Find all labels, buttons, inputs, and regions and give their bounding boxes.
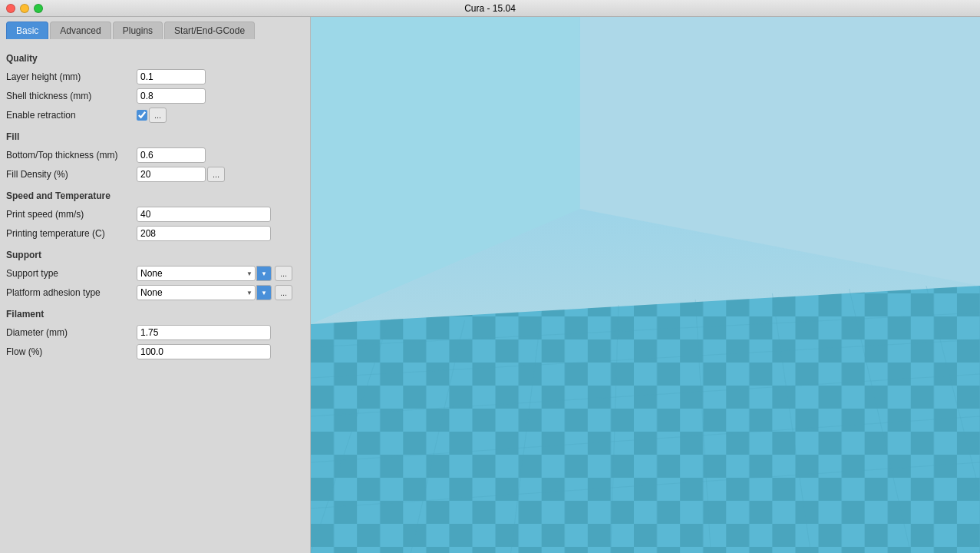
input-diameter[interactable]: [137, 325, 271, 340]
tab-advanced[interactable]: Advanced: [50, 22, 111, 39]
minimize-button[interactable]: [20, 4, 29, 13]
input-shell-thickness[interactable]: [137, 88, 206, 104]
row-fill-density: Fill Density (%) ...: [6, 166, 304, 183]
dots-button-retraction[interactable]: ...: [149, 108, 167, 123]
dots-button-fill-density[interactable]: ...: [207, 167, 225, 182]
3d-viewport[interactable]: YM: [311, 17, 980, 553]
label-enable-retraction: Enable retraction: [6, 110, 137, 121]
main-layout: Basic Advanced Plugins Start/End-GCode Q…: [0, 17, 980, 553]
platform-adhesion-dropdown-wrapper: None Brim Raft ▼ ...: [137, 285, 292, 300]
row-platform-adhesion: Platform adhesion type None Brim Raft ▼ …: [6, 284, 304, 301]
select-platform-adhesion[interactable]: None Brim Raft: [137, 285, 256, 300]
label-diameter: Diameter (mm): [6, 327, 137, 338]
label-print-speed: Print speed (mm/s): [6, 209, 137, 220]
tab-start-end-gcode[interactable]: Start/End-GCode: [164, 22, 255, 39]
label-platform-adhesion: Platform adhesion type: [6, 287, 137, 298]
checkbox-enable-retraction[interactable]: [137, 110, 147, 121]
label-printing-temperature: Printing temperature (C): [6, 228, 137, 239]
platform-adhesion-select-wrapper: None Brim Raft: [137, 285, 256, 300]
floor-checkerboard: [311, 286, 980, 553]
titlebar: Cura - 15.04: [0, 0, 980, 17]
input-printing-temperature[interactable]: [137, 226, 271, 241]
tab-plugins[interactable]: Plugins: [113, 22, 163, 39]
section-fill-header: Fill: [6, 130, 304, 144]
section-quality-header: Quality: [6, 51, 304, 65]
section-speed-header: Speed and Temperature: [6, 189, 304, 203]
tab-bar: Basic Advanced Plugins Start/End-GCode: [0, 17, 310, 39]
row-support-type: Support type None Touching buildplate Ev…: [6, 265, 304, 282]
input-layer-height[interactable]: [137, 69, 206, 84]
dots-button-support-type[interactable]: ...: [275, 266, 292, 281]
3d-floor: [311, 17, 980, 553]
row-shell-thickness: Shell thickness (mm): [6, 88, 304, 104]
label-fill-density: Fill Density (%): [6, 169, 137, 180]
row-print-speed: Print speed (mm/s): [6, 206, 304, 223]
support-type-dropdown-wrapper: None Touching buildplate Everywhere ▼ ..…: [137, 266, 292, 281]
row-printing-temperature: Printing temperature (C): [6, 225, 304, 242]
left-panel: Basic Advanced Plugins Start/End-GCode Q…: [0, 17, 311, 553]
support-type-arrow[interactable]: ▼: [256, 266, 272, 281]
input-bottom-top-thickness[interactable]: [137, 147, 206, 163]
input-flow[interactable]: [137, 344, 271, 359]
section-filament-header: Filament: [6, 307, 304, 321]
back-wall-left: [311, 17, 580, 324]
label-layer-height: Layer height (mm): [6, 71, 137, 82]
row-diameter: Diameter (mm): [6, 324, 304, 341]
row-enable-retraction: Enable retraction ...: [6, 107, 304, 124]
input-print-speed[interactable]: [137, 207, 271, 222]
label-support-type: Support type: [6, 268, 137, 279]
input-fill-density[interactable]: [137, 167, 206, 182]
row-flow: Flow (%): [6, 343, 304, 360]
back-wall-right: [580, 17, 980, 286]
row-bottom-top-thickness: Bottom/Top thickness (mm): [6, 147, 304, 164]
form-area: Quality Layer height (mm) Shell thicknes…: [0, 39, 310, 553]
row-layer-height: Layer height (mm): [6, 68, 304, 85]
section-support-header: Support: [6, 248, 304, 262]
support-type-select-wrapper: None Touching buildplate Everywhere: [137, 266, 256, 281]
select-support-type[interactable]: None Touching buildplate Everywhere: [137, 266, 256, 281]
close-button[interactable]: [6, 4, 15, 13]
maximize-button[interactable]: [34, 4, 43, 13]
label-bottom-top-thickness: Bottom/Top thickness (mm): [6, 150, 137, 161]
label-shell-thickness: Shell thickness (mm): [6, 91, 137, 101]
label-flow: Flow (%): [6, 346, 137, 357]
window-title: Cura - 15.04: [464, 3, 516, 14]
platform-adhesion-arrow[interactable]: ▼: [256, 285, 272, 300]
window-controls: [6, 4, 43, 13]
dots-button-platform-adhesion[interactable]: ...: [275, 285, 292, 300]
tab-basic[interactable]: Basic: [6, 22, 48, 39]
